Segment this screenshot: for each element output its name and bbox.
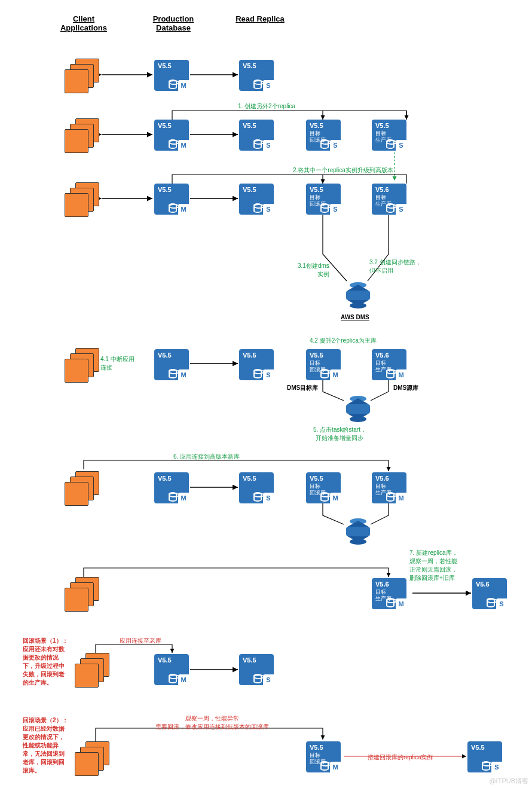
badge-s: S [263, 674, 274, 685]
db-version: V5.5 [243, 122, 256, 129]
db-version: V5.5 [310, 186, 323, 193]
observe-label: 观察一周，性能异常 需要回滚，修改应用连接到低版本的回滚库 [155, 714, 269, 731]
client-icon [65, 182, 99, 217]
badge-s: S [263, 204, 274, 215]
client-icon [65, 348, 99, 383]
db-replica-r1: V5.5S [239, 60, 274, 91]
db-targetprod-r5: V5.6目标 生产库M [372, 472, 406, 503]
db-rollback-r3: V5.5目标 回滚库S [306, 184, 341, 215]
db-version: V5.5 [375, 122, 389, 129]
client-icon [65, 118, 99, 153]
db-version: V5.5 [310, 475, 323, 482]
dms-icon [344, 517, 372, 546]
app-to-old-label: 应用连接至老库 [120, 637, 161, 645]
db-rollback-r4: V5.5目标 回滚库M [306, 349, 341, 380]
client-icon [65, 577, 99, 612]
db-newreplica-r6: V5.6S [472, 578, 507, 609]
db-rollback-r5: V5.5目标 回滚库M [306, 472, 341, 503]
db-version: V5.5 [158, 352, 172, 359]
badge-s: S [263, 80, 274, 91]
db-targetprod-r2: V5.5目标 生产库S [372, 120, 406, 151]
badge-m: M [178, 80, 189, 91]
db-rollback-r2: V5.5目标 回滚库S [306, 120, 341, 151]
step31-label: 3.1创建dms 实例 [298, 262, 329, 279]
badge-s: S [330, 140, 341, 151]
db-replica-r5: V5.5S [239, 472, 274, 503]
badge-m: M [178, 204, 189, 215]
db-version: V5.5 [471, 744, 485, 751]
badge-s: S [396, 204, 406, 215]
dms-source-label: DMS源库 [393, 384, 418, 392]
db-version: V5.5 [243, 186, 256, 193]
dms-icon [344, 395, 372, 423]
db-replica-r2: V5.5S [239, 120, 274, 151]
aws-dms-label: AWS DMS [341, 314, 369, 320]
dms-icon [344, 281, 372, 310]
badge-s: S [263, 140, 274, 151]
badge-m: M [330, 369, 341, 380]
badge-s: S [496, 598, 507, 609]
badge-m: M [396, 493, 406, 503]
badge-m: M [330, 762, 341, 772]
db-version: V5.6 [375, 352, 389, 359]
db-version: V5.5 [158, 122, 172, 129]
db-replica-r3: V5.5S [239, 184, 274, 215]
db-prod-r1: V5.5M [154, 60, 189, 91]
db-version: V5.5 [243, 475, 256, 482]
db-prod-r2: V5.5M [154, 120, 189, 151]
step5-label: 5. 点击task的start， 开始准备增量同步 [313, 426, 366, 442]
db-version: V5.6 [476, 581, 490, 588]
build-rollback-replica-label: 搭建回滚库的replica实例 [368, 753, 433, 762]
header-prod: Production Database [143, 14, 203, 32]
db-targetprod-r4: V5.6目标 生产库M [372, 349, 406, 380]
client-icon [75, 653, 109, 688]
scenario2-text: 回滚场景（2）：应用已经对数据更改的情况下，性能或功能异常，无法回退到老库，回滚… [23, 716, 69, 775]
db-prod-r4: V5.5M [154, 349, 189, 380]
watermark: @ITPUB博客 [489, 777, 528, 786]
db-replica-rollback1: V5.5S [239, 654, 274, 685]
scenario1-text: 回滚场景（1）：应用还未有对数据更改的情况下，升级过程中失败，回滚到老的生产库。 [23, 637, 69, 687]
db-version: V5.5 [310, 122, 323, 129]
client-icon [65, 59, 99, 93]
step41-label: 4.1 中断应用 连接 [100, 355, 134, 372]
client-icon [75, 741, 109, 776]
badge-m: M [178, 493, 189, 503]
db-version: V5.6 [375, 475, 389, 482]
header-replica: Read Replica [230, 14, 290, 23]
db-version: V5.5 [243, 352, 256, 359]
db-version: V5.5 [310, 352, 323, 359]
badge-m: M [396, 369, 406, 380]
badge-s: S [396, 140, 406, 151]
step7-label: 7. 新建replica库， 观察一周，若性能 正常则无需回滚， 删除回滚库+旧… [409, 549, 458, 582]
db-version: V5.5 [158, 475, 172, 482]
step42-label: 4.2 提升2个replica为主库 [310, 337, 377, 345]
db-targetprod-r6: V5.6目标 生产库M [372, 578, 406, 609]
db-version: V5.5 [310, 744, 323, 751]
badge-m: M [330, 493, 341, 503]
db-version: V5.5 [243, 656, 256, 664]
db-targetprod-r3: V5.6目标 生产库S [372, 184, 406, 215]
step1-label: 1. 创建另外2个replica [238, 102, 295, 111]
step2-label: 2.将其中一个replica实例升级到高版本 [293, 166, 393, 175]
db-version: V5.6 [375, 581, 389, 588]
client-icon [65, 471, 99, 506]
dms-target-label: DMS目标库 [287, 384, 318, 392]
header-client: Client Applications [54, 14, 114, 32]
badge-s: S [263, 493, 274, 503]
badge-s: S [263, 369, 274, 380]
step32-label: 3.2 创建同步链路， 但不启用 [369, 258, 421, 275]
db-version: V5.5 [243, 62, 256, 69]
badge-m: M [178, 140, 189, 151]
step6-label: 6. 应用连接到高版本新库 [173, 453, 240, 461]
diagram-canvas: Client Applications Production Database … [0, 0, 532, 788]
db-prod-r5: V5.5M [154, 472, 189, 503]
db-rollback-replica-sc2: V5.5S [467, 741, 502, 772]
db-prod-rollback1: V5.5M [154, 654, 189, 685]
db-prod-r3: V5.5M [154, 184, 189, 215]
badge-m: M [396, 598, 406, 609]
badge-s: S [491, 762, 502, 772]
db-version: V5.5 [158, 656, 172, 664]
db-version: V5.5 [158, 186, 172, 193]
badge-s: S [330, 204, 341, 215]
db-version: V5.6 [375, 186, 389, 193]
